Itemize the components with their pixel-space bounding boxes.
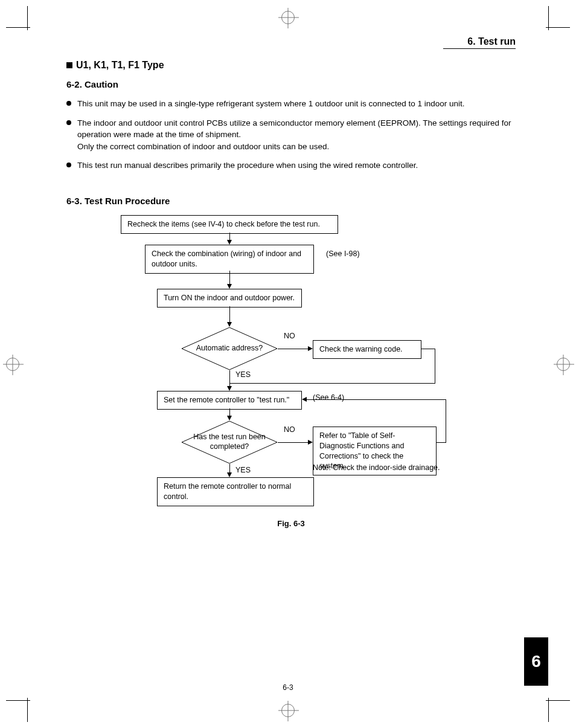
bullet-text: This unit may be used in a single-type r… [77,98,465,110]
section-header: 6. Test run [443,36,516,49]
bullet-item: This unit may be used in a single-type r… [66,98,516,110]
crop-mark [6,700,30,701]
flow-decision-completed: Has the test run been completed? [181,420,278,464]
flow-arrow [229,306,230,323]
flow-side-warning-code: Check the warning code. [313,340,421,359]
page-number: 6-3 [0,683,576,692]
decision-text: Automatic address? [181,327,278,370]
arrow-down-icon [227,472,232,477]
square-bullet-icon [66,62,72,68]
flow-arrow [278,442,309,443]
flow-arrow [278,349,309,349]
crop-mark [546,27,570,28]
flow-step-return-normal: Return the remote controller to normal c… [157,477,314,506]
flow-ref: (See 6-4) [313,393,344,402]
bullet-text: The indoor and outdoor unit control PCBs… [77,117,516,153]
chapter-tab: 6 [524,637,548,686]
flow-label-yes: YES [235,466,251,474]
procedure-heading: 6-3. Test Run Procedure [66,196,516,206]
flow-ref: (See I-98) [326,250,360,258]
registration-mark [6,358,19,371]
figure-caption: Fig. 6-3 [66,519,516,528]
arrow-left-icon [302,397,307,402]
decision-text: Has the test run been completed? [181,420,278,464]
bullet-dot-icon [66,120,71,125]
registration-mark [557,358,570,371]
caution-heading: 6-2. Caution [66,79,516,89]
registration-mark [281,11,295,24]
flow-label-no: NO [284,332,295,340]
type-heading: U1, K1, T1, F1 Type [66,60,516,71]
crop-mark [548,698,549,722]
flow-label-no: NO [284,425,295,434]
bullet-text: This test run manual describes primarily… [77,159,418,172]
bullet-item: This test run manual describes primarily… [66,159,516,172]
crop-mark [548,6,549,30]
crop-mark [6,27,30,28]
flow-step-test-run: Set the remote controller to "test run." [157,391,302,410]
flow-step-combination: Check the combination (wiring) of indoor… [145,245,314,274]
type-heading-text: U1, K1, T1, F1 Type [76,60,164,71]
crop-mark [546,700,570,701]
flowchart: Recheck the items (see IV-4) to check be… [66,212,516,514]
arrow-right-icon [308,346,313,351]
arrow-down-icon [227,416,232,420]
flow-arrow [437,442,446,443]
flow-arrow [307,399,446,400]
arrow-down-icon [227,284,232,289]
bullet-item: The indoor and outdoor unit control PCBs… [66,117,516,153]
flow-step-recheck: Recheck the items (see IV-4) to check be… [121,215,338,234]
flow-step-power: Turn ON the indoor and outdoor power. [157,289,302,308]
flow-arrow [435,349,435,383]
registration-mark [281,704,295,717]
arrow-down-icon [227,240,232,245]
flow-arrow [421,349,435,349]
flow-arrow [446,399,446,443]
bullet-dot-icon [66,101,71,106]
bullet-dot-icon [66,163,71,167]
flow-label-yes: YES [235,370,251,379]
crop-mark [27,6,28,30]
flow-arrow [229,383,435,384]
flow-arrow [229,271,230,285]
flow-arrow [229,370,230,387]
flow-decision-auto-address: Automatic address? [181,327,278,370]
arrow-right-icon [308,440,313,445]
flow-note: Note: Check the indoor-side drainage. [313,463,440,472]
arrow-down-icon [227,386,232,391]
arrow-down-icon [227,322,232,327]
crop-mark [27,698,28,722]
